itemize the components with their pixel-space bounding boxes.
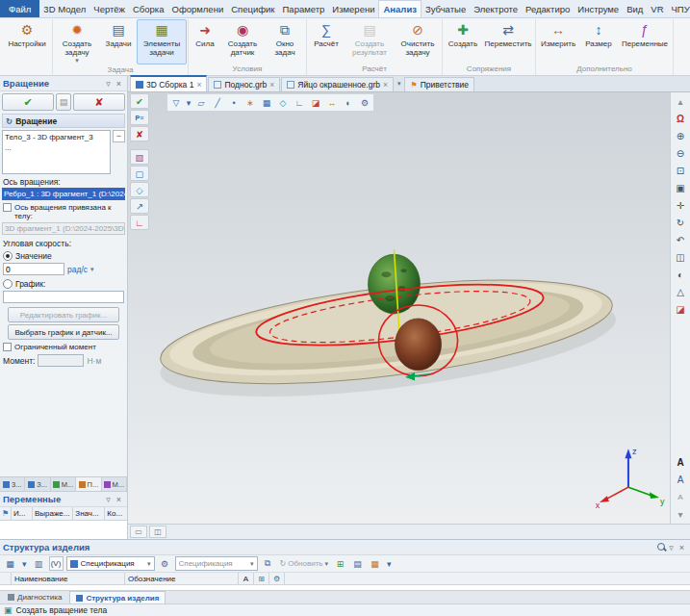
menu-tab-assembly[interactable]: Сборка [129,0,168,17]
menu-tab-measure[interactable]: Измерени [328,0,378,17]
tab-list-dropdown-icon[interactable]: ▾ [395,81,404,87]
select-lcs-icon[interactable]: ∟ [130,215,149,230]
column-value[interactable]: Знач... [73,507,105,520]
show-variants-button[interactable]: (V) [49,556,64,571]
document-tab-welcome[interactable]: ⚑ Приветствие [404,77,474,91]
flat-list-icon[interactable]: ▥ [32,556,46,571]
list-item[interactable]: Тело_3 - 3D фрагмент_3 [5,132,108,142]
column-letter-icon[interactable]: А [239,573,254,584]
coordinate-triad[interactable]: x y z [596,447,665,510]
menu-tab-view[interactable]: Вид [623,0,647,17]
task-elements-button[interactable]: ▦ Элементы задачи [137,19,187,64]
split-view-layout-button[interactable]: ◫ [149,526,166,538]
tab-3d-model-tree[interactable]: 3... [0,477,25,491]
workplane-icon[interactable]: ◇ [275,95,291,110]
display-options-icon[interactable]: ⚙ [357,95,372,110]
chevron-down-icon[interactable]: ▾ [90,267,94,272]
select-face-icon[interactable]: ◇ [130,182,149,197]
zoom-in-icon[interactable]: ⊕ [672,128,689,144]
tab-macros[interactable]: М... [102,477,127,491]
close-icon[interactable]: × [383,80,388,90]
dimension-button[interactable]: ↕ Размер [579,19,618,64]
tab-product-structure[interactable]: Структура изделия [69,591,166,603]
spec-settings-icon[interactable]: ⚙ [158,556,172,571]
unit-link[interactable]: рад/с [67,265,88,274]
menu-tab-cnc[interactable]: ЧПУ [668,0,690,17]
tasks-button[interactable]: ▤ Задачи [100,19,137,64]
clear-task-button[interactable]: ⊘ Очистить задачу [395,19,441,64]
column-settings-icon[interactable]: ⚙ [269,573,285,584]
column-name[interactable]: И... [12,507,33,520]
document-tab-assembly[interactable]: 3D Сборка 1 × [130,75,207,91]
annotation-text-icon[interactable]: A [672,454,689,471]
cancel-button[interactable]: ✘ [73,93,125,111]
bodies-list[interactable]: Тело_3 - 3D фрагмент_3 ... [2,130,111,174]
hide-elements-icon[interactable]: ◫ [672,249,689,266]
column-expression[interactable]: Выраже... [33,507,73,520]
zoom-out-icon[interactable]: ⊖ [672,145,689,162]
axis-value-selected[interactable]: Ребро_1 : 3D фрагмент_1 (D:\2024-202 [2,188,125,200]
export-table-icon[interactable]: ⊞ [333,556,347,571]
zoom-all-icon[interactable]: ▣ [672,180,689,196]
menu-tab-drawing[interactable]: Чертёж [89,0,129,17]
command-ok-icon[interactable]: ✔ [130,93,149,109]
annotation-text-blue-icon[interactable]: A [672,472,689,488]
close-icon[interactable]: × [677,543,687,552]
menu-tab-parameters[interactable]: Параметр [279,0,329,17]
section-clip-icon[interactable]: ◪ [672,301,689,318]
single-view-layout-button[interactable]: ▭ [130,526,147,538]
calculate-button[interactable]: ∑ Расчёт [308,19,345,64]
previous-view-icon[interactable]: ↶ [672,232,689,248]
menu-tab-vr[interactable]: VR [647,0,667,17]
select-body-icon[interactable]: ▧ [130,149,149,165]
close-icon[interactable]: × [114,495,124,504]
scroll-down-icon[interactable]: ▾ [672,506,689,523]
force-button[interactable]: ➜ Сила [190,19,220,64]
file-menu-button[interactable]: Файл [0,0,39,17]
graph-radio[interactable] [3,279,13,289]
measure-tool-icon[interactable]: ↔ [324,95,340,110]
create-task-button[interactable]: ✹ Создать задачу ▾ [54,19,100,64]
pin-icon[interactable]: ▿ [103,495,114,504]
spec-type-combobox[interactable]: Спецификация ▾ [66,556,155,571]
selector-filter-icon[interactable]: ▽ [168,95,184,110]
axis-bound-checkbox[interactable] [3,203,12,212]
document-tab-egg[interactable]: Яйцо окрашенное.grb × [281,77,394,91]
menu-tab-3d-model[interactable]: 3D Модел [39,0,89,17]
select-surface-icon[interactable]: ▢ [130,166,149,181]
graph-input[interactable] [3,291,124,303]
tree-view-icon[interactable]: ▦ [3,556,17,571]
select-axis-icon[interactable]: ↗ [130,198,149,214]
close-icon[interactable]: × [114,79,124,89]
menu-tab-tools[interactable]: Инструме [574,0,623,17]
command-properties-icon[interactable]: P≡ [130,110,149,125]
report-icon[interactable]: ▤ [350,556,365,571]
search-icon[interactable] [655,543,666,552]
limited-moment-checkbox[interactable] [3,343,12,351]
lcs-icon[interactable]: ∟ [292,95,307,110]
snap-icon[interactable]: ∗ [243,95,258,110]
update-button[interactable]: ↻ Обновить ▾ [278,559,330,568]
color-scheme-icon[interactable]: ▦ [368,556,382,571]
choose-graph-button[interactable]: Выбрать график и датчик... [8,324,119,340]
measure-button[interactable]: ↔ Измерить [537,19,579,64]
menu-tab-gears[interactable]: Зубчатые [422,0,470,17]
brown-egg-model[interactable] [395,319,441,371]
tab-parameters[interactable]: П... [76,477,101,491]
render-mode-icon[interactable]: ◐ [672,267,689,283]
tab-diagnostics[interactable]: Диагностика [2,591,67,603]
spec-template-combobox[interactable]: Спецификация ▾ [175,556,258,571]
close-icon[interactable]: × [196,80,201,90]
magnet-snap-icon[interactable]: Ω [672,111,689,127]
create-result-button[interactable]: ▤ Создать результат [345,19,395,64]
select-vertex-filter-icon[interactable]: • [226,95,242,110]
pin-icon[interactable]: ▿ [103,79,114,89]
menu-tab-electrical[interactable]: Электроте [470,0,522,17]
pin-icon[interactable]: ▿ [666,543,677,552]
pan-icon[interactable]: ✛ [672,197,689,214]
menu-tab-bom[interactable]: Специфик [227,0,278,17]
viewport-3d[interactable]: x y z ▽ ▾ ▱ ╱ • ∗ ▦ ◇ [128,92,670,524]
value-radio[interactable] [3,251,13,261]
preview-button[interactable]: ▤ [56,93,71,111]
command-cancel-icon[interactable]: ✘ [130,126,149,141]
